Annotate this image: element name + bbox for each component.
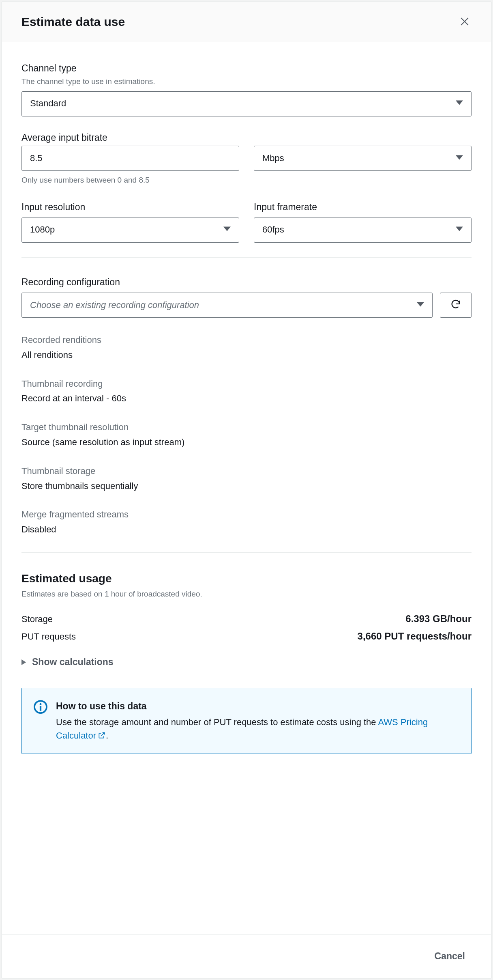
svg-marker-2	[456, 101, 463, 105]
external-link-icon	[96, 730, 106, 741]
thumbnail-storage-label: Thumbnail storage	[21, 465, 472, 478]
merge-fragmented-value: Disabled	[21, 523, 472, 536]
refresh-icon	[450, 299, 461, 311]
estimated-usage-section: Estimated usage Estimates are based on 1…	[21, 571, 472, 669]
target-thumb-res-label: Target thumbnail resolution	[21, 421, 472, 434]
target-thumb-res-value: Source (same resolution as input stream)	[21, 436, 472, 449]
input-resolution-field: Input resolution 1080p	[21, 200, 239, 243]
storage-label: Storage	[21, 613, 53, 626]
avg-bitrate-constraint: Only use numbers between 0 and 8.5	[21, 175, 472, 186]
close-icon	[459, 22, 470, 28]
merge-fragmented-block: Merge fragmented streams Disabled	[21, 508, 472, 536]
modal-footer: Cancel	[2, 934, 491, 978]
put-requests-label: PUT requests	[21, 631, 76, 643]
caret-down-icon	[456, 152, 463, 165]
svg-rect-10	[40, 706, 41, 711]
info-text-before: Use the storage amount and number of PUT…	[56, 717, 378, 727]
info-content: How to use this data Use the storage amo…	[56, 700, 460, 742]
merge-fragmented-label: Merge fragmented streams	[21, 508, 472, 521]
recorded-renditions-block: Recorded renditions All renditions	[21, 334, 472, 362]
divider	[21, 552, 472, 553]
input-framerate-field: Input framerate 60fps	[254, 200, 472, 243]
thumbnail-recording-value: Record at an interval - 60s	[21, 392, 472, 405]
target-thumb-res-block: Target thumbnail resolution Source (same…	[21, 421, 472, 449]
show-calculations-toggle[interactable]: Show calculations	[21, 655, 472, 668]
info-icon	[33, 700, 48, 742]
avg-bitrate-unit-value: Mbps	[262, 152, 284, 165]
close-button[interactable]	[458, 15, 472, 30]
input-resolution-select[interactable]: 1080p	[21, 218, 239, 243]
channel-type-select[interactable]: Standard	[21, 91, 472, 116]
channel-type-value: Standard	[30, 97, 66, 110]
triangle-right-icon	[21, 655, 27, 668]
svg-marker-3	[456, 155, 463, 159]
avg-bitrate-label: Average input bitrate	[21, 131, 472, 144]
storage-row: Storage 6.393 GB/hour	[21, 612, 472, 626]
info-text: Use the storage amount and number of PUT…	[56, 715, 460, 742]
show-calculations-label: Show calculations	[32, 655, 114, 668]
thumbnail-recording-block: Thumbnail recording Record at an interva…	[21, 378, 472, 405]
recording-config-field: Recording configuration Choose an existi…	[21, 276, 472, 318]
caret-down-icon	[223, 224, 231, 236]
input-framerate-select[interactable]: 60fps	[254, 218, 472, 243]
estimated-usage-title: Estimated usage	[21, 571, 472, 586]
svg-point-9	[40, 703, 42, 705]
caret-down-icon	[417, 299, 424, 312]
input-framerate-value: 60fps	[262, 224, 284, 236]
caret-down-icon	[456, 97, 463, 110]
put-requests-value: 3,660 PUT requests/hour	[358, 629, 472, 643]
avg-bitrate-input[interactable]	[21, 146, 239, 171]
input-resolution-value: 1080p	[30, 224, 55, 236]
modal-header: Estimate data use	[2, 2, 491, 42]
svg-marker-4	[223, 227, 231, 231]
recorded-renditions-value: All renditions	[21, 349, 472, 362]
thumbnail-storage-block: Thumbnail storage Store thumbnails seque…	[21, 465, 472, 493]
info-title: How to use this data	[56, 700, 460, 713]
thumbnail-recording-label: Thumbnail recording	[21, 378, 472, 390]
info-text-after: .	[106, 730, 108, 741]
recorded-renditions-label: Recorded renditions	[21, 334, 472, 347]
recording-config-label: Recording configuration	[21, 276, 472, 289]
recording-config-placeholder: Choose an existing recording configurati…	[30, 299, 199, 312]
storage-value: 6.393 GB/hour	[405, 612, 472, 626]
divider	[21, 257, 472, 258]
input-res-fps-row: Input resolution 1080p Input framerate 6…	[21, 200, 472, 243]
estimated-usage-subtitle: Estimates are based on 1 hour of broadca…	[21, 589, 472, 600]
refresh-button[interactable]	[440, 293, 472, 318]
recording-config-select[interactable]: Choose an existing recording configurati…	[21, 293, 433, 318]
avg-bitrate-unit-select[interactable]: Mbps	[254, 146, 472, 171]
svg-marker-6	[417, 302, 424, 306]
info-box: How to use this data Use the storage amo…	[21, 688, 472, 754]
channel-type-label: Channel type	[21, 62, 472, 75]
caret-down-icon	[456, 224, 463, 236]
channel-type-field: Channel type The channel type to use in …	[21, 62, 472, 116]
cancel-button[interactable]: Cancel	[428, 947, 472, 966]
modal-title: Estimate data use	[21, 13, 125, 30]
input-framerate-label: Input framerate	[254, 200, 472, 213]
svg-marker-7	[21, 659, 26, 665]
modal-body: Channel type The channel type to use in …	[2, 42, 491, 934]
avg-bitrate-field: Average input bitrate Mbps Only use numb…	[21, 131, 472, 186]
svg-marker-5	[456, 227, 463, 231]
thumbnail-storage-value: Store thumbnails sequentially	[21, 480, 472, 493]
channel-type-hint: The channel type to use in estimations.	[21, 76, 472, 87]
put-requests-row: PUT requests 3,660 PUT requests/hour	[21, 629, 472, 643]
input-resolution-label: Input resolution	[21, 200, 239, 213]
estimate-data-use-modal: Estimate data use Channel type The chann…	[2, 2, 491, 978]
